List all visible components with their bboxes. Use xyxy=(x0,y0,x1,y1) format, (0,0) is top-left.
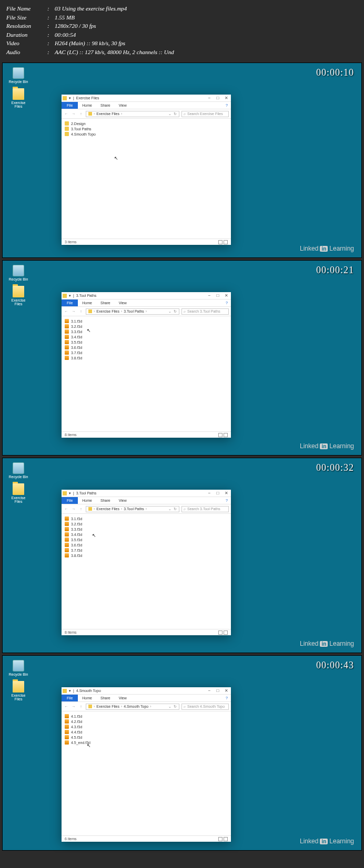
list-item[interactable]: 4.4.f3d xyxy=(65,729,228,735)
list-item[interactable]: 3.5.f3d xyxy=(65,537,228,542)
maximize-button[interactable]: □ xyxy=(214,491,221,496)
file-list[interactable]: 3.1.f3d3.2.f3d3.3.f3d3.4.f3d3.5.f3d3.6.f… xyxy=(62,514,231,629)
ribbon-help-icon[interactable]: ? xyxy=(223,299,231,306)
exercise-files-folder-icon[interactable]: Exercise Files xyxy=(8,483,29,503)
file-list[interactable]: 3.1.f3d3.2.f3d3.3.f3d3.4.f3d3.5.f3d3.6.f… xyxy=(62,316,231,431)
exercise-files-folder-icon[interactable]: Exercise Files xyxy=(8,681,29,701)
dropdown-icon[interactable]: ⌄ xyxy=(168,309,171,314)
ribbon-home-tab[interactable]: Home xyxy=(78,695,96,701)
refresh-icon[interactable]: ↻ xyxy=(174,112,177,116)
ribbon-help-icon[interactable]: ? xyxy=(223,695,231,701)
dropdown-icon[interactable]: ⌄ xyxy=(168,705,171,709)
window-titlebar[interactable]: ▾|Exercise Files−□✕ xyxy=(62,95,231,102)
dropdown-icon[interactable]: ⌄ xyxy=(168,112,171,116)
up-button[interactable]: ↑ xyxy=(78,507,84,511)
minimize-button[interactable]: − xyxy=(206,293,213,298)
list-item[interactable]: 3.4.f3d xyxy=(65,334,228,339)
breadcrumb[interactable]: 3.Tool Paths xyxy=(124,507,144,511)
list-item[interactable]: 4.Smooth Topo xyxy=(65,131,228,137)
up-button[interactable]: ↑ xyxy=(78,112,84,116)
breadcrumb[interactable]: Exercise Files xyxy=(96,112,119,116)
list-item[interactable]: 3.3.f3d xyxy=(65,329,228,334)
list-item[interactable]: 3.1.f3d xyxy=(65,516,228,521)
ribbon-share-tab[interactable]: Share xyxy=(96,497,115,504)
forward-button[interactable]: → xyxy=(71,309,76,313)
maximize-button[interactable]: □ xyxy=(214,293,221,298)
maximize-button[interactable]: □ xyxy=(214,688,221,694)
up-button[interactable]: ↑ xyxy=(78,705,84,708)
window-titlebar[interactable]: ▾|3.Tool Paths−□✕ xyxy=(62,292,231,299)
exercise-files-folder-icon[interactable]: Exercise Files xyxy=(8,286,29,306)
ribbon-home-tab[interactable]: Home xyxy=(78,299,96,306)
list-item[interactable]: 3.2.f3d xyxy=(65,521,228,526)
ribbon-share-tab[interactable]: Share xyxy=(96,695,115,701)
list-item[interactable]: 4.3.f3d xyxy=(65,724,228,729)
breadcrumb[interactable]: Exercise Files xyxy=(96,507,119,511)
close-button[interactable]: ✕ xyxy=(223,96,230,101)
address-bar[interactable]: ›Exercise Files›4.Smooth Topo›⌄↻ xyxy=(86,704,179,710)
address-bar[interactable]: ›Exercise Files›⌄↻ xyxy=(86,111,179,117)
ribbon-file-tab[interactable]: File xyxy=(62,102,78,109)
list-item[interactable]: 3.Tool Paths xyxy=(65,126,228,131)
list-item[interactable]: 3.7.f3d xyxy=(65,547,228,553)
exercise-files-folder-icon[interactable]: Exercise Files xyxy=(8,88,29,108)
recycle-bin-icon[interactable]: Recycle Bin xyxy=(8,660,29,676)
file-list[interactable]: 4.1.f3d4.2.f3d4.3.f3d4.4.f3d4.5.f3d4.5_e… xyxy=(62,711,231,835)
ribbon-home-tab[interactable]: Home xyxy=(78,102,96,109)
search-input[interactable]: ⌕Search 3.Tool Paths xyxy=(181,506,229,512)
ribbon-file-tab[interactable]: File xyxy=(62,299,78,306)
ribbon-share-tab[interactable]: Share xyxy=(96,102,115,109)
list-item[interactable]: 2.Design xyxy=(65,121,228,126)
close-button[interactable]: ✕ xyxy=(223,491,230,496)
list-item[interactable]: 3.1.f3d xyxy=(65,318,228,324)
close-button[interactable]: ✕ xyxy=(223,688,230,694)
ribbon-view-tab[interactable]: View xyxy=(115,497,131,504)
dropdown-icon[interactable]: ⌄ xyxy=(168,507,171,511)
minimize-button[interactable]: − xyxy=(206,688,213,694)
file-list[interactable]: 2.Design3.Tool Paths4.Smooth Topo xyxy=(62,119,231,239)
list-item[interactable]: 3.8.f3d xyxy=(65,355,228,360)
list-item[interactable]: 3.6.f3d xyxy=(65,345,228,350)
ribbon-file-tab[interactable]: File xyxy=(62,695,78,701)
recycle-bin-icon[interactable]: Recycle Bin xyxy=(8,67,29,84)
ribbon-share-tab[interactable]: Share xyxy=(96,299,115,306)
list-item[interactable]: 3.3.f3d xyxy=(65,526,228,532)
back-button[interactable]: ← xyxy=(64,112,69,116)
back-button[interactable]: ← xyxy=(64,309,69,313)
search-input[interactable]: ⌕Search 3.Tool Paths xyxy=(181,308,229,315)
breadcrumb[interactable]: Exercise Files xyxy=(96,309,119,313)
address-bar[interactable]: ›Exercise Files›3.Tool Paths›⌄↻ xyxy=(86,506,179,512)
view-details-icon[interactable] xyxy=(218,631,223,635)
list-item[interactable]: 4.1.f3d xyxy=(65,714,228,719)
ribbon-help-icon[interactable]: ? xyxy=(223,497,231,504)
recycle-bin-icon[interactable]: Recycle Bin xyxy=(8,462,29,479)
recycle-bin-icon[interactable]: Recycle Bin xyxy=(8,265,29,281)
breadcrumb[interactable]: 4.Smooth Topo xyxy=(124,705,148,708)
forward-button[interactable]: → xyxy=(71,112,76,116)
back-button[interactable]: ← xyxy=(64,705,69,708)
ribbon-view-tab[interactable]: View xyxy=(115,299,131,306)
list-item[interactable]: 4.2.f3d xyxy=(65,719,228,724)
list-item[interactable]: 3.8.f3d xyxy=(65,553,228,558)
up-button[interactable]: ↑ xyxy=(78,309,84,313)
ribbon-help-icon[interactable]: ? xyxy=(223,102,231,109)
list-item[interactable]: 3.7.f3d xyxy=(65,350,228,355)
minimize-button[interactable]: − xyxy=(206,96,213,101)
view-details-icon[interactable] xyxy=(218,837,223,841)
list-item[interactable]: 3.5.f3d xyxy=(65,339,228,345)
ribbon-file-tab[interactable]: File xyxy=(62,497,78,504)
breadcrumb[interactable]: 3.Tool Paths xyxy=(124,309,144,313)
list-item[interactable]: 3.4.f3d xyxy=(65,532,228,537)
search-input[interactable]: ⌕Search Exercise Files xyxy=(181,111,229,117)
back-button[interactable]: ← xyxy=(64,507,69,511)
window-titlebar[interactable]: ▾|3.Tool Paths−□✕ xyxy=(62,490,231,497)
forward-button[interactable]: → xyxy=(71,507,76,511)
view-large-icon[interactable] xyxy=(224,631,228,635)
ribbon-home-tab[interactable]: Home xyxy=(78,497,96,504)
ribbon-view-tab[interactable]: View xyxy=(115,695,131,701)
view-large-icon[interactable] xyxy=(224,837,228,841)
refresh-icon[interactable]: ↻ xyxy=(174,309,177,314)
list-item[interactable]: 4.5_end.f3d xyxy=(65,740,228,745)
list-item[interactable]: 4.5.f3d xyxy=(65,735,228,740)
minimize-button[interactable]: − xyxy=(206,491,213,496)
